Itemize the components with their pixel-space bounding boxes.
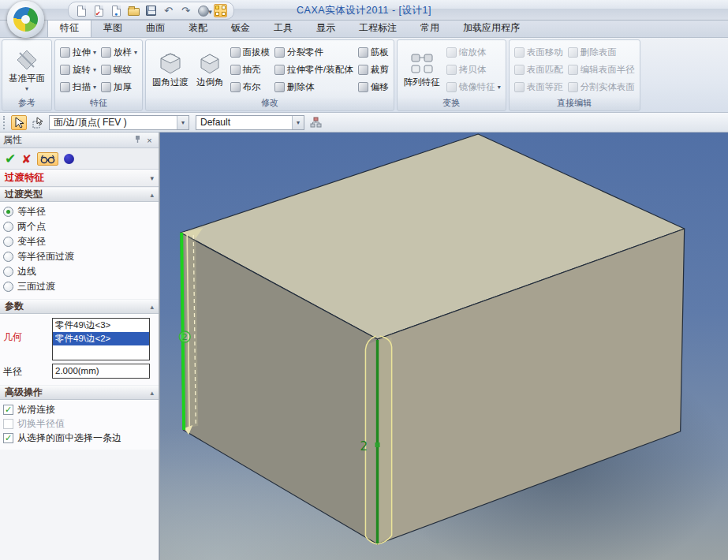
copy-body-icon [446, 65, 457, 75]
delete-body-button[interactable]: 删除体 [273, 80, 355, 94]
new-from-template-icon[interactable] [92, 4, 106, 17]
stretch-part-icon [274, 65, 285, 75]
shell-button[interactable]: 抽壳 [229, 63, 272, 77]
rib-button[interactable]: 筋板 [357, 46, 390, 59]
delete-face-button[interactable]: 删除表面 [566, 46, 637, 59]
fillet-button[interactable]: 圆角过渡 [149, 43, 192, 97]
radio-variable-radius[interactable]: 变半径 [3, 234, 155, 249]
section-header-advanced[interactable]: 高级操作 ▴ [0, 385, 159, 400]
thread-button[interactable]: 螺纹 [99, 63, 139, 77]
tab-assembly[interactable]: 装配 [177, 19, 219, 37]
group-label-modify: 修改 [146, 97, 394, 110]
new-document-icon[interactable] [75, 4, 88, 17]
tab-load-addins[interactable]: 加载应用程序 [451, 19, 532, 37]
match-face-button[interactable]: 表面匹配 [513, 63, 565, 77]
radio-icon [3, 237, 13, 247]
edit-face-radius-button[interactable]: 编辑表面半径 [566, 63, 637, 77]
cursor-box-icon [32, 117, 43, 129]
radius-input[interactable]: 2.000(mm) [52, 364, 150, 379]
revolve-button[interactable]: 旋转▾ [58, 63, 98, 77]
copy-body-button[interactable]: 拷贝体 [445, 63, 502, 77]
split-part-button[interactable]: 分裂零件 [273, 46, 355, 59]
open-example-icon[interactable] [110, 4, 123, 17]
pin-icon[interactable] [132, 135, 144, 145]
tab-sheet-metal[interactable]: 钣金 [219, 19, 262, 37]
group-label-reference: 参考 [2, 97, 51, 110]
mirror-feature-button[interactable]: 镜像特征▾ [445, 80, 502, 94]
split-solid-face-button[interactable]: 分割实体表面 [566, 80, 637, 94]
pattern-feature-button[interactable]: 阵列特征 [401, 43, 443, 97]
panel-empty-area [0, 450, 159, 560]
datum-plane-button[interactable]: 基准平面 ▾ [6, 43, 48, 97]
tab-display[interactable]: 显示 [304, 19, 347, 37]
checkbox-select-edge-from-face[interactable]: ✓从选择的面中选择一条边 [3, 431, 155, 445]
style-preset-combobox[interactable]: Default ▾ [196, 115, 304, 130]
radio-equal-radius-face[interactable]: 等半径面过渡 [3, 249, 155, 264]
ribbon: 基准平面 ▾ 参考 拉伸▾ 旋转▾ 扫描▾ 放样▾ 螺纹 加厚 特征 [0, 38, 728, 113]
tab-common[interactable]: 常用 [409, 19, 451, 37]
select-cursor-button[interactable] [11, 115, 27, 130]
shell-icon [230, 65, 241, 75]
save-icon[interactable] [144, 4, 158, 17]
toolbar-drag-handle[interactable] [3, 116, 6, 129]
feature-name: 过渡特征 [5, 171, 150, 185]
radio-two-points[interactable]: 两个点 [3, 219, 155, 234]
undo-icon[interactable]: ↶ [162, 4, 175, 17]
geometry-item-selected[interactable]: 零件49\边<2> [53, 332, 149, 345]
tab-annotation[interactable]: 工程标注 [347, 19, 409, 37]
offset-face-button[interactable]: 表面等距 [513, 80, 565, 94]
offset-face-icon [514, 82, 525, 92]
close-icon[interactable]: × [144, 136, 155, 145]
radio-edge-line[interactable]: 边线 [3, 264, 155, 279]
datum-plane-icon [15, 48, 39, 72]
tab-surface[interactable]: 曲面 [134, 19, 177, 37]
section-header-parameters[interactable]: 参数 ▴ [0, 299, 159, 314]
loft-button[interactable]: 放样▾ [99, 46, 139, 59]
open-folder-icon[interactable] [127, 4, 140, 17]
radio-three-face[interactable]: 三面过渡 [3, 279, 155, 294]
chevron-down-icon: ▾ [93, 84, 96, 91]
collapse-icon[interactable]: ▴ [150, 389, 154, 397]
scale-body-button[interactable]: 缩放体 [445, 46, 502, 59]
chevron-down-icon[interactable]: ▾ [292, 116, 304, 129]
collapse-icon[interactable]: ▴ [150, 191, 154, 199]
sweep-button[interactable]: 扫描▾ [58, 80, 98, 94]
offset-button[interactable]: 偏移 [357, 80, 390, 94]
checkbox-smooth-connect[interactable]: ✓光滑连接 [3, 402, 155, 416]
box-select-cursor-button[interactable] [30, 115, 46, 130]
trim-button[interactable]: 裁剪 [357, 63, 390, 77]
confirm-button[interactable]: ✔ [5, 152, 16, 166]
cancel-button[interactable]: ✘ [21, 153, 32, 165]
thicken-button[interactable]: 加厚 [99, 80, 139, 94]
checkbox-toggle-radius[interactable]: 切换半径值 [3, 416, 155, 431]
section-header-transition-type[interactable]: 过渡类型 ▴ [0, 187, 159, 202]
geometry-item[interactable]: 零件49\边<3> [53, 319, 149, 332]
selection-filter-combobox[interactable]: 面/边/顶点( FEV ) ▾ [49, 115, 189, 130]
redo-icon[interactable]: ↷ [179, 4, 192, 17]
app-logo[interactable] [7, 1, 44, 38]
collapse-icon[interactable]: ▴ [150, 303, 154, 311]
chevron-down-icon: ▾ [134, 49, 137, 56]
geometry-listbox[interactable]: 零件49\边<3> 零件49\边<2> [52, 318, 150, 360]
move-face-button[interactable]: 表面移动 [513, 46, 565, 59]
blue-circle-icon[interactable] [64, 154, 74, 164]
style-manager-button[interactable] [308, 115, 323, 130]
boolean-button[interactable]: 布尔 [229, 80, 272, 94]
preview-button[interactable] [37, 152, 58, 166]
stretch-part-button[interactable]: 拉伸零件/装配体 [273, 63, 355, 77]
ribbon-group-reference: 基准平面 ▾ 参考 [2, 39, 52, 111]
checkbox-icon [3, 419, 13, 429]
viewport-3d[interactable]: 2 2 [159, 133, 728, 560]
tab-features[interactable]: 特征 [47, 18, 91, 37]
chevron-down-icon[interactable]: ▾ [177, 116, 189, 129]
extrude-button[interactable]: 拉伸▾ [58, 46, 98, 59]
mirror-feature-icon [446, 82, 457, 92]
customize-toolbar-icon[interactable]: ▾ [203, 5, 217, 18]
left-radius-label: 2 [182, 332, 188, 342]
tab-tools[interactable]: 工具 [262, 19, 304, 37]
face-draft-button[interactable]: 面拔模 [229, 46, 272, 59]
feature-type-dropdown[interactable]: 过渡特征 ▾ [0, 170, 159, 187]
radio-equal-radius[interactable]: 等半径 [3, 204, 155, 219]
tab-sketch[interactable]: 草图 [91, 19, 134, 37]
chamfer-button[interactable]: 边倒角 [193, 43, 227, 97]
